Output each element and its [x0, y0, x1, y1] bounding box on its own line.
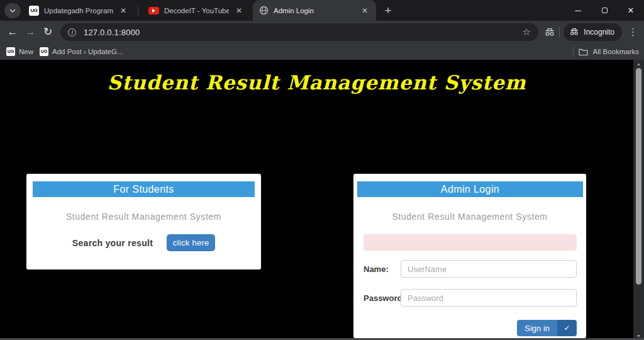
bookmark-add-post[interactable]: UG Add Post ‹ UpdateG...	[40, 47, 123, 56]
bookmarks-bar-right: All Bookmarks	[573, 47, 640, 56]
sign-in-label: Sign in	[517, 320, 557, 336]
incognito-profile-chip[interactable]: Incognito	[564, 23, 622, 41]
admin-card-header: Admin Login	[357, 181, 583, 197]
close-tab-icon[interactable]: ✕	[118, 6, 128, 16]
window-controls: ─ ✕	[565, 0, 644, 20]
page-title: Student Result Management System	[0, 71, 633, 94]
password-label: Password	[364, 293, 401, 303]
tab-title: Updategadh Programming - Up	[44, 7, 113, 14]
maximize-icon	[602, 8, 608, 13]
youtube-favicon	[148, 7, 159, 14]
page-content: Student Result Management System For Stu…	[0, 60, 633, 340]
site-info-icon[interactable]: i	[68, 28, 76, 37]
close-tab-icon[interactable]: ✕	[234, 6, 244, 16]
bookmark-star-icon[interactable]: ☆	[523, 26, 531, 38]
new-tab-button[interactable]: +	[380, 3, 396, 18]
tab-separator	[138, 6, 138, 15]
name-form-row: Name:	[364, 260, 577, 278]
forward-button[interactable]: →	[21, 23, 39, 41]
bookmark-new[interactable]: UG New	[6, 47, 33, 56]
back-button[interactable]: ←	[4, 23, 21, 41]
close-tab-icon[interactable]: ✕	[360, 6, 370, 16]
click-here-button[interactable]: click here	[167, 234, 215, 251]
globe-favicon	[259, 6, 269, 15]
browser-toolbar: ← → ↻ i 127.0.0.1:8000 ☆	[0, 21, 644, 43]
students-search-row: Search your result click here	[26, 234, 261, 251]
chevron-down-icon	[9, 9, 16, 13]
tab-strip: UG Updategadh Programming - Up ✕ DecodeI…	[0, 0, 644, 21]
students-card: For Students Student Result Management S…	[26, 174, 261, 269]
username-field[interactable]	[401, 260, 577, 278]
password-field[interactable]	[401, 289, 577, 307]
minimize-button[interactable]: ─	[565, 0, 591, 20]
bookmarks-bar: UG New UG Add Post ‹ UpdateG... All Book…	[0, 43, 644, 60]
reload-button[interactable]: ↻	[39, 23, 57, 41]
admin-card-subtitle: Student Result Management System	[353, 212, 586, 222]
all-bookmarks-label[interactable]: All Bookmarks	[593, 48, 640, 55]
bookmarks-separator	[573, 47, 574, 56]
browser-menu-button[interactable]: ⋮	[626, 26, 640, 38]
incognito-icon	[569, 28, 579, 36]
login-alert-box	[364, 234, 577, 251]
toolbar-right: Incognito ⋮	[544, 21, 640, 43]
tab-youtube[interactable]: DecodeIT - YouTube ✕	[142, 0, 250, 21]
sign-in-button[interactable]: Sign in ✓	[517, 320, 577, 336]
name-label: Name:	[364, 264, 401, 274]
bookmark-label: Add Post ‹ UpdateG...	[52, 48, 123, 55]
search-result-label: Search your result	[72, 238, 153, 248]
tab-updategadh[interactable]: UG Updategadh Programming - Up ✕	[23, 0, 135, 21]
ug-favicon: UG	[40, 47, 48, 56]
check-icon: ✓	[557, 320, 577, 336]
students-card-header: For Students	[33, 181, 255, 197]
admin-login-card: Admin Login Student Result Management Sy…	[353, 174, 586, 338]
url-text: 127.0.0.1:8000	[84, 28, 140, 37]
maximize-button[interactable]	[591, 0, 618, 20]
tab-search-button[interactable]	[4, 3, 21, 18]
tab-admin-login[interactable]: Admin Login ✕	[253, 0, 376, 21]
ug-favicon: UG	[29, 6, 39, 16]
scrollbar-thumb[interactable]	[636, 68, 641, 285]
incognito-label: Incognito	[584, 28, 614, 37]
tab-title: DecodeIT - YouTube	[164, 7, 229, 14]
tab-title: Admin Login	[274, 7, 355, 14]
browser-window: UG Updategadh Programming - Up ✕ DecodeI…	[0, 0, 644, 340]
close-window-button[interactable]: ✕	[618, 0, 644, 20]
ug-favicon: UG	[6, 47, 15, 56]
folder-icon	[579, 48, 588, 55]
address-bar[interactable]: i 127.0.0.1:8000 ☆	[60, 23, 538, 41]
bookmark-label: New	[19, 48, 33, 55]
password-form-row: Password	[364, 289, 577, 307]
scroll-up-arrow[interactable]: ▲	[633, 60, 644, 68]
incognito-icon	[544, 28, 555, 37]
toolbar-separator	[559, 26, 560, 38]
page-scrollbar[interactable]: ▲ ▼	[633, 60, 644, 340]
students-card-subtitle: Student Result Management System	[26, 212, 261, 222]
